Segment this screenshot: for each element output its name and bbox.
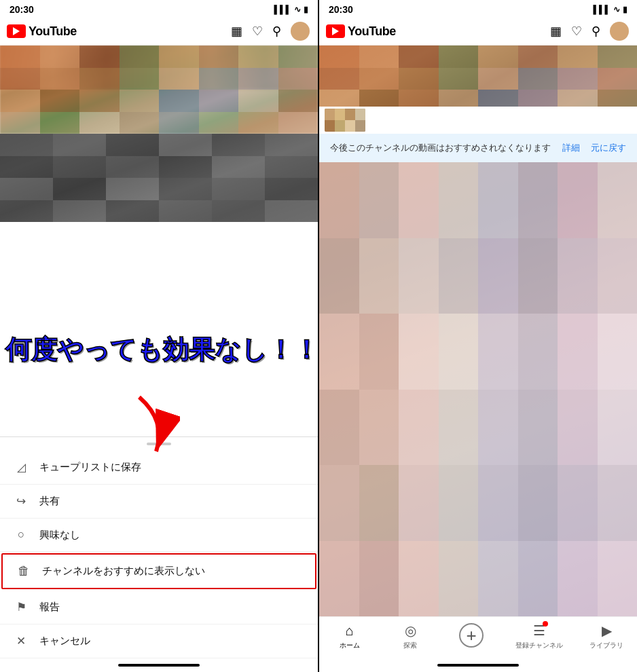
menu-item-report[interactable]: ⚑ 報告 bbox=[0, 591, 318, 624]
notinterested-icon: ○ bbox=[14, 528, 29, 542]
save-icon: ◿ bbox=[14, 460, 29, 474]
right-yt-logo-text: YouTube bbox=[348, 24, 396, 39]
signal-icon: ▌▌▌ bbox=[274, 5, 291, 14]
left-yt-header: YouTube ▦ ♡ ⚲ bbox=[0, 18, 318, 45]
right-home-bar bbox=[437, 664, 519, 667]
phones-container: 20:30 ▌▌▌ ∿ ▮ YouTube ▦ ♡ ⚲ bbox=[0, 0, 637, 672]
menu-item-notinterested[interactable]: ○ 興味なし bbox=[0, 519, 318, 552]
right-avatar[interactable] bbox=[610, 22, 629, 41]
menu-item-block-channel[interactable]: 🗑 チャンネルをおすすめに表示しない bbox=[1, 553, 316, 589]
right-phone: 20:30 ▌▌▌ ∿ ▮ YouTube ▦ ♡ ⚲ bbox=[319, 0, 637, 672]
cancel-label: キャンセル bbox=[39, 635, 90, 648]
left-home-bar bbox=[118, 664, 200, 667]
left-status-icons: ▌▌▌ ∿ ▮ bbox=[274, 5, 308, 14]
subscriptions-label: 登録チャンネル bbox=[515, 641, 563, 650]
share-icon: ↪ bbox=[14, 494, 29, 508]
left-yt-logo: YouTube bbox=[7, 24, 77, 39]
left-yt-logo-text: YouTube bbox=[29, 24, 77, 39]
nav-item-library[interactable]: ▶ ライブラリ bbox=[589, 622, 623, 650]
right-cast-icon[interactable]: ▦ bbox=[550, 24, 562, 39]
nav-item-home[interactable]: ⌂ ホーム bbox=[333, 623, 367, 650]
right-status-bar: 20:30 ▌▌▌ ∿ ▮ bbox=[319, 0, 637, 18]
right-status-time: 20:30 bbox=[329, 4, 353, 15]
notinterested-label: 興味なし bbox=[39, 529, 80, 542]
create-icon: + bbox=[459, 623, 484, 648]
nav-item-create[interactable]: + bbox=[454, 623, 488, 650]
undo-btn[interactable]: 元に戻す bbox=[591, 142, 626, 154]
right-yt-logo: YouTube bbox=[326, 24, 396, 39]
menu-item-share[interactable]: ↪ 共有 bbox=[0, 485, 318, 519]
right-search-icon[interactable]: ⚲ bbox=[592, 24, 600, 39]
bottom-nav: ⌂ ホーム ◎ 探索 + ☰ 登録チャンネル bbox=[319, 616, 637, 658]
block-channel-label: チャンネルをおすすめに表示しない bbox=[42, 565, 205, 578]
sheet-handle bbox=[0, 437, 318, 451]
right-header-icons: ▦ ♡ ⚲ bbox=[550, 22, 629, 41]
wifi-icon: ∿ bbox=[294, 5, 301, 14]
library-label: ライブラリ bbox=[589, 641, 623, 650]
right-battery-icon: ▮ bbox=[623, 5, 627, 14]
left-home-indicator bbox=[0, 658, 318, 672]
right-status-icons: ▌▌▌ ∿ ▮ bbox=[593, 5, 627, 14]
avatar[interactable] bbox=[291, 22, 310, 41]
block-channel-icon: 🗑 bbox=[16, 564, 31, 578]
notification-text: 今後このチャンネルの動画はおすすめされなくなります bbox=[330, 142, 551, 154]
right-yt-logo-icon bbox=[326, 24, 345, 38]
subscriptions-badge-container: ☰ bbox=[533, 622, 545, 639]
left-content: ◿ キュープリストに保存 ↪ 共有 ○ 興味なし 🗑 チャンネルをおすすめに表示… bbox=[0, 45, 318, 672]
explore-icon: ◎ bbox=[405, 622, 416, 639]
explore-label: 探索 bbox=[403, 641, 417, 650]
battery-icon: ▮ bbox=[304, 5, 308, 14]
right-content: 今後このチャンネルの動画はおすすめされなくなります 詳細 元に戻す bbox=[319, 45, 637, 672]
notification-banner: 今後このチャンネルの動画はおすすめされなくなります 詳細 元に戻す bbox=[319, 134, 637, 162]
bottom-sheet: ◿ キュープリストに保存 ↪ 共有 ○ 興味なし 🗑 チャンネルをおすすめに表示… bbox=[0, 436, 318, 672]
thumb-2 bbox=[0, 134, 318, 222]
left-status-time: 20:30 bbox=[10, 4, 34, 15]
right-thumb-1 bbox=[319, 45, 637, 134]
menu-item-save[interactable]: ◿ キュープリストに保存 bbox=[0, 451, 318, 485]
report-icon: ⚑ bbox=[14, 600, 29, 614]
right-home-indicator bbox=[319, 658, 637, 672]
left-header-icons: ▦ ♡ ⚲ bbox=[231, 22, 310, 41]
right-bell-icon[interactable]: ♡ bbox=[571, 24, 582, 39]
library-icon: ▶ bbox=[602, 622, 612, 639]
home-icon: ⌂ bbox=[346, 623, 354, 639]
detail-btn[interactable]: 詳細 bbox=[562, 142, 580, 154]
share-label: 共有 bbox=[39, 495, 60, 508]
right-signal-icon: ▌▌▌ bbox=[593, 5, 611, 14]
sheet-handle-bar bbox=[147, 443, 171, 445]
right-yt-header: YouTube ▦ ♡ ⚲ bbox=[319, 18, 637, 45]
save-label: キュープリストに保存 bbox=[39, 461, 141, 474]
right-wifi-icon: ∿ bbox=[613, 5, 620, 14]
home-label: ホーム bbox=[340, 641, 360, 650]
left-yt-logo-icon bbox=[7, 24, 26, 38]
nav-item-explore[interactable]: ◎ 探索 bbox=[393, 622, 427, 650]
thumb-1 bbox=[0, 45, 318, 134]
nav-item-subscriptions[interactable]: ☰ 登録チャンネル bbox=[515, 622, 563, 650]
right-thumb-2 bbox=[319, 162, 637, 616]
search-icon[interactable]: ⚲ bbox=[272, 24, 281, 39]
subscriptions-badge bbox=[543, 621, 548, 627]
left-status-bar: 20:30 ▌▌▌ ∿ ▮ bbox=[0, 0, 318, 18]
bell-icon[interactable]: ♡ bbox=[252, 24, 263, 39]
cancel-icon: ✕ bbox=[14, 634, 29, 648]
left-phone: 20:30 ▌▌▌ ∿ ▮ YouTube ▦ ♡ ⚲ bbox=[0, 0, 319, 672]
menu-item-cancel[interactable]: ✕ キャンセル bbox=[0, 624, 318, 658]
cast-icon[interactable]: ▦ bbox=[231, 24, 242, 39]
notification-actions: 詳細 元に戻す bbox=[562, 142, 626, 154]
report-label: 報告 bbox=[39, 601, 60, 614]
